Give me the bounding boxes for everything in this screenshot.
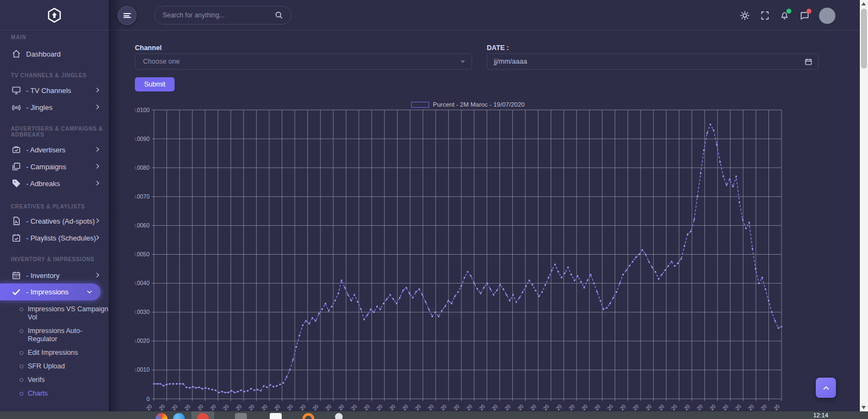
sidebar-item-label: - Inventory bbox=[26, 272, 59, 280]
x-tick-label: 20 bbox=[478, 403, 486, 411]
sidebar-shadow bbox=[109, 0, 122, 411]
y-tick-label: 0.0020 bbox=[135, 337, 150, 344]
chart-gridlines bbox=[152, 110, 782, 401]
sidebar-item-jingles[interactable]: - Jingles bbox=[0, 100, 109, 114]
x-tick-label: 20 bbox=[542, 403, 550, 411]
submenu-verifs[interactable]: Verifs bbox=[0, 376, 109, 384]
sidebar-item-advertisers[interactable]: - Advertisers bbox=[0, 143, 109, 157]
bullet-circle-icon bbox=[20, 392, 23, 396]
layers-icon bbox=[11, 162, 21, 171]
chart-svg: 2020202020202020202020202020202020202020… bbox=[135, 107, 788, 411]
x-tick-label: 20 bbox=[631, 403, 640, 411]
y-tick-label: 0.0060 bbox=[135, 222, 150, 229]
taskbar-app-icon[interactable] bbox=[173, 413, 185, 419]
date-placeholder: jj/mm/aaaa bbox=[494, 58, 527, 65]
scrollbar-up-arrow[interactable] bbox=[861, 2, 866, 5]
theme-toggle-button[interactable] bbox=[735, 5, 754, 25]
message-badge bbox=[807, 9, 811, 14]
x-tick-label: 20 bbox=[683, 403, 691, 411]
x-tick-label: 20 bbox=[760, 403, 768, 411]
page-scrollbar[interactable] bbox=[860, 0, 868, 411]
sidebar-item-campaigns[interactable]: - Campaigns bbox=[0, 159, 109, 174]
x-tick-label: 20 bbox=[721, 403, 729, 411]
date-input[interactable]: jj/mm/aaaa bbox=[487, 53, 819, 70]
taskbar-firefox-icon[interactable] bbox=[302, 413, 314, 419]
scrollbar-thumb[interactable] bbox=[861, 9, 867, 69]
section-label-main: MAIN bbox=[11, 34, 103, 40]
select-caret-icon bbox=[461, 60, 465, 63]
app-logo-hexagon-icon[interactable] bbox=[46, 7, 63, 23]
bullet-circle-icon bbox=[20, 351, 23, 355]
fullscreen-icon bbox=[760, 10, 770, 21]
x-tick-label: 20 bbox=[593, 403, 602, 411]
x-tick-label: 20 bbox=[555, 403, 563, 411]
calendar-picker-icon[interactable] bbox=[804, 58, 813, 66]
sidebar-item-inventory[interactable]: - Inventory bbox=[0, 268, 109, 282]
x-tick-label: 20 bbox=[324, 403, 332, 411]
chevron-right-icon bbox=[94, 272, 101, 279]
global-search bbox=[154, 6, 292, 24]
y-tick-label: 0.0040 bbox=[135, 280, 150, 286]
x-tick-label: 20 bbox=[145, 403, 153, 411]
scroll-to-top-button[interactable] bbox=[816, 378, 836, 398]
search-icon[interactable] bbox=[275, 11, 283, 20]
chevron-up-icon bbox=[822, 384, 830, 392]
x-tick-label: 20 bbox=[606, 403, 614, 411]
jingle-icon bbox=[11, 102, 21, 112]
x-tick-label: 20 bbox=[388, 403, 396, 411]
taskbar-app2-icon[interactable] bbox=[335, 413, 343, 419]
x-tick-label: 20 bbox=[260, 403, 268, 411]
x-tick-label: 20 bbox=[619, 403, 627, 411]
x-tick-label: 20 bbox=[222, 403, 230, 411]
y-tick-label: 0 bbox=[146, 396, 150, 402]
channel-select[interactable]: Choose one bbox=[135, 53, 472, 70]
bullet-circle-icon bbox=[20, 378, 23, 382]
scrollbar-down-arrow[interactable] bbox=[861, 406, 866, 409]
taskbar-browser-icon[interactable] bbox=[156, 413, 168, 419]
fullscreen-toggle-button[interactable] bbox=[755, 5, 774, 25]
section-label-tv: TV CHANNELS & JINGLES bbox=[11, 72, 103, 78]
submenu-impressions-vs-campaign-vol[interactable]: Impressions VS Campaign Vol bbox=[0, 305, 109, 322]
taskbar-clock: 12:14 bbox=[808, 412, 833, 418]
x-tick-label: 20 bbox=[337, 403, 345, 411]
x-tick-label: 20 bbox=[158, 403, 166, 411]
submenu-charts[interactable]: Charts bbox=[0, 390, 109, 398]
sidebar-item-label: - Adbreaks bbox=[26, 180, 60, 188]
x-tick-label: 20 bbox=[209, 403, 217, 411]
sidebar-item-playlists[interactable]: - Playlists (Schedules) bbox=[0, 231, 109, 245]
chevron-right-icon bbox=[94, 163, 101, 170]
submenu-impressions-auto-regulator[interactable]: Impressions Auto-Regulator bbox=[0, 327, 109, 343]
section-label-creatives: CREATIVES & PLAYLISTS bbox=[11, 204, 103, 210]
menu-toggle-button[interactable] bbox=[117, 6, 137, 25]
y-tick-label: 0.0010 bbox=[135, 366, 150, 373]
x-tick-label: 20 bbox=[734, 403, 742, 411]
bullet-circle-icon bbox=[20, 307, 23, 311]
submenu-label: Charts bbox=[28, 390, 48, 397]
taskbar-folder-icon[interactable] bbox=[235, 413, 247, 419]
y-tick-label: 0.0080 bbox=[135, 164, 150, 171]
sidebar-item-dashboard[interactable]: Dashboard bbox=[0, 47, 109, 61]
windows-taskbar[interactable]: 12:14 bbox=[0, 411, 868, 419]
x-tick-label: 20 bbox=[401, 403, 409, 411]
submenu-sfr-upload[interactable]: SFR Upload bbox=[0, 362, 109, 371]
user-avatar[interactable] bbox=[819, 8, 835, 24]
sidebar-item-tv-channels[interactable]: - TV Channels bbox=[0, 83, 109, 97]
submenu-label: Edit Impressions bbox=[28, 349, 78, 356]
submenu-edit-impressions[interactable]: Edit Impressions bbox=[0, 349, 109, 357]
sidebar-item-label: - TV Channels bbox=[26, 87, 71, 95]
submenu-label: Impressions Auto-Regulator bbox=[28, 327, 82, 343]
chevron-right-icon bbox=[94, 180, 101, 187]
sidebar-item-impressions[interactable]: - Impressions bbox=[0, 284, 101, 300]
x-tick-label: 20 bbox=[529, 403, 537, 411]
messages-button[interactable] bbox=[795, 5, 814, 25]
sidebar-item-adbreaks[interactable]: - Adbreaks bbox=[0, 176, 109, 190]
taskbar-document-icon[interactable] bbox=[270, 413, 282, 419]
calendar-check-icon bbox=[11, 233, 21, 243]
notifications-button[interactable] bbox=[774, 5, 794, 25]
series-line bbox=[154, 125, 782, 393]
sidebar-item-creatives[interactable]: - Creatives (Ad-spots) bbox=[0, 214, 109, 228]
x-tick-label: 20 bbox=[670, 403, 678, 411]
submit-button[interactable]: Submit bbox=[135, 77, 175, 91]
bullet-circle-icon bbox=[20, 365, 23, 368]
search-input[interactable] bbox=[163, 11, 275, 19]
